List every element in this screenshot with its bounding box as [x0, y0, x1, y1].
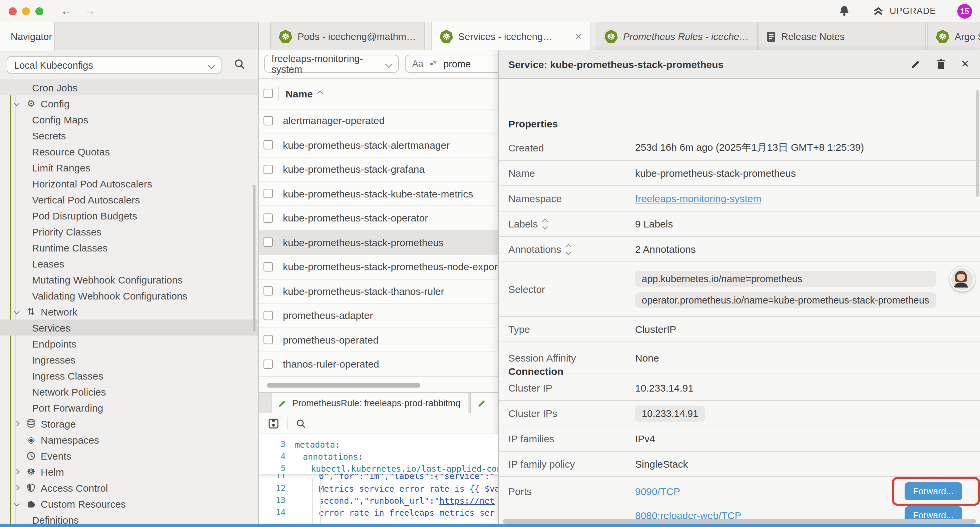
tab-prometheus-rules-icecheng[interactable]: ☸Prometheus Rules - icecheng...: [596, 22, 758, 50]
table-row-kube-prometheus-stack-prometheus-node-exporter[interactable]: kube-prometheus-stack-prometheus-node-ex…: [259, 255, 498, 279]
filter-search-input[interactable]: Aa ▪* prome: [405, 55, 498, 73]
row-checkbox[interactable]: [264, 360, 273, 369]
sidebar-item-services[interactable]: Services: [0, 320, 258, 336]
match-case-icon[interactable]: Aa: [412, 59, 423, 69]
bell-icon[interactable]: [839, 5, 850, 17]
notification-count-badge[interactable]: 15: [957, 4, 972, 18]
row-checkbox[interactable]: [264, 189, 273, 199]
editor-search-icon[interactable]: [296, 418, 306, 428]
editor-tab-prometheusrule[interactable]: PrometheusRule: freeleaps-prod-rabbitmq: [271, 393, 468, 413]
row-checkbox[interactable]: [264, 287, 273, 296]
editor-tab-next[interactable]: [470, 393, 498, 413]
close-window-button[interactable]: [9, 7, 17, 15]
namespace-link[interactable]: freeleaps-monitoring-system: [635, 193, 762, 204]
table-row-thanos-ruler-operated[interactable]: thanos-ruler-operated: [259, 352, 498, 377]
table-row-kube-prometheus-stack-kube-state-metrics[interactable]: kube-prometheus-stack-kube-state-metrics: [259, 182, 498, 206]
chevron-right-icon[interactable]: [15, 422, 23, 426]
tab-release-notes[interactable]: Release Notes: [758, 22, 926, 50]
close-icon[interactable]: ✕: [575, 32, 582, 41]
table-row-prometheus-operated[interactable]: prometheus-operated: [259, 328, 498, 352]
chevron-right-icon[interactable]: [15, 486, 23, 490]
yaml-editor[interactable]: 3metadata:4annotations:5kubectl.kubernet…: [259, 434, 498, 524]
select-all-checkbox[interactable]: [264, 89, 273, 98]
row-checkbox[interactable]: [264, 238, 273, 247]
sidebar-item-validating-webhook-configurations[interactable]: Validating Webhook Configurations: [0, 288, 258, 304]
tab-pods-icecheng-mathmas[interactable]: ☸Pods - icecheng@mathmas...: [270, 22, 425, 50]
delete-trash-icon[interactable]: [936, 59, 946, 69]
table-row-prometheus-adapter[interactable]: prometheus-adapter: [259, 304, 498, 328]
sidebar-item-vertical-pod-autoscalers[interactable]: Vertical Pod Autoscalers: [0, 191, 258, 207]
sidebar-item-pod-disruption-budgets[interactable]: Pod Disruption Budgets: [0, 207, 258, 223]
sidebar-item-custom-resources[interactable]: Custom Resources: [0, 496, 258, 512]
edit-pencil-icon[interactable]: [911, 59, 922, 69]
sidebar-item-ingress-classes[interactable]: Ingress Classes: [0, 368, 258, 384]
property-label: Name: [499, 167, 635, 179]
sidebar-item-storage[interactable]: Storage: [0, 416, 258, 431]
sidebar-item-namespaces[interactable]: ◈Namespaces: [0, 431, 258, 447]
maximize-window-button[interactable]: [35, 7, 43, 15]
upgrade-button[interactable]: UPGRADE: [873, 6, 936, 16]
chevron-down-icon[interactable]: [15, 309, 23, 314]
close-icon[interactable]: ✕: [961, 58, 969, 70]
table-row-kube-prometheus-stack-alertmanager[interactable]: kube-prometheus-stack-alertmanager: [259, 133, 498, 158]
row-checkbox[interactable]: [264, 116, 273, 126]
save-icon[interactable]: [268, 418, 279, 428]
sidebar-item-secrets[interactable]: Secrets: [0, 127, 258, 143]
assistant-avatar[interactable]: [950, 267, 975, 291]
row-checkbox[interactable]: [264, 165, 273, 174]
sidebar-item-ingresses[interactable]: Ingresses: [0, 352, 258, 368]
sidebar-item-network[interactable]: ⇅Network: [0, 304, 258, 320]
chevron-right-icon[interactable]: [15, 470, 23, 474]
property-value: ClusterIP: [635, 323, 676, 335]
sidebar-item-network-policies[interactable]: Network Policies: [0, 384, 258, 400]
regex-icon[interactable]: ▪*: [430, 59, 437, 69]
horizontal-scrollbar[interactable]: [267, 383, 420, 388]
sidebar-scrollbar[interactable]: [253, 185, 256, 331]
drawer-scrollbar[interactable]: [976, 90, 978, 197]
sidebar-item-mutating-webhook-configurations[interactable]: Mutating Webhook Configurations: [0, 272, 258, 288]
sidebar-search-icon[interactable]: [234, 58, 245, 70]
sidebar-item-definitions[interactable]: Definitions: [0, 512, 258, 524]
property-row-cluster-ip: Cluster IP10.233.14.91: [499, 376, 980, 401]
sidebar-item-config-maps[interactable]: Config Maps: [0, 111, 258, 127]
chevron-down-icon[interactable]: [15, 502, 23, 506]
table-row-kube-prometheus-stack-prometheus[interactable]: kube-prometheus-stack-prometheus: [259, 231, 498, 255]
table-row-kube-prometheus-stack-operator[interactable]: kube-prometheus-stack-operator: [259, 206, 498, 231]
sidebar-item-events[interactable]: Events: [0, 447, 258, 463]
sidebar-item-config[interactable]: ⚙Config: [0, 96, 258, 111]
forward-button[interactable]: Forward...: [905, 482, 962, 500]
sort-arrows-icon[interactable]: [543, 219, 547, 228]
tab-argo-se[interactable]: ☸Argo Se: [927, 22, 980, 50]
sidebar-item-port-forwarding[interactable]: Port Forwarding: [0, 400, 258, 416]
tab-services-icecheng-math[interactable]: ☸Services - icecheng@math...✕: [431, 22, 590, 50]
column-header-name[interactable]: Name: [286, 88, 322, 99]
sidebar-item-leases[interactable]: Leases: [0, 255, 258, 272]
sidebar-item-helm[interactable]: ☸Helm: [0, 463, 258, 480]
sidebar-item-resource-quotas[interactable]: Resource Quotas: [0, 143, 258, 159]
sidebar-item-limit-ranges[interactable]: Limit Ranges: [0, 159, 258, 175]
drawer-horizontal-scrollbar[interactable]: [503, 519, 976, 524]
sort-arrows-icon[interactable]: [566, 245, 570, 254]
sidebar-item-cron-jobs[interactable]: Cron Jobs: [0, 80, 258, 96]
port-link[interactable]: 9090/TCP: [635, 486, 741, 497]
sidebar-item-endpoints[interactable]: Endpoints: [0, 336, 258, 352]
table-row-kube-prometheus-stack-thanos-ruler[interactable]: kube-prometheus-stack-thanos-ruler: [259, 279, 498, 304]
tab-navigator[interactable]: Navigator: [0, 22, 55, 51]
row-checkbox[interactable]: [264, 311, 273, 320]
row-checkbox[interactable]: [264, 262, 273, 272]
table-row-alertmanager-operated[interactable]: alertmanager-operated: [259, 109, 498, 133]
sidebar-item-horizontal-pod-autoscalers[interactable]: Horizontal Pod Autoscalers: [0, 175, 258, 191]
forward-arrow-icon[interactable]: →: [84, 4, 95, 18]
chevron-down-icon[interactable]: [15, 101, 23, 105]
row-checkbox[interactable]: [264, 140, 273, 150]
back-arrow-icon[interactable]: ←: [61, 4, 72, 18]
sidebar-item-priority-classes[interactable]: Priority Classes: [0, 223, 258, 239]
sidebar-item-access-control[interactable]: Access Control: [0, 480, 258, 496]
row-checkbox[interactable]: [264, 213, 273, 223]
minimize-window-button[interactable]: [22, 7, 30, 15]
row-checkbox[interactable]: [264, 335, 273, 345]
namespace-select[interactable]: freeleaps-monitoring-system: [264, 55, 399, 73]
kubeconfig-select[interactable]: Local Kubeconfigs: [7, 56, 221, 74]
sidebar-item-runtime-classes[interactable]: Runtime Classes: [0, 239, 258, 255]
table-row-kube-prometheus-stack-grafana[interactable]: kube-prometheus-stack-grafana: [259, 158, 498, 182]
